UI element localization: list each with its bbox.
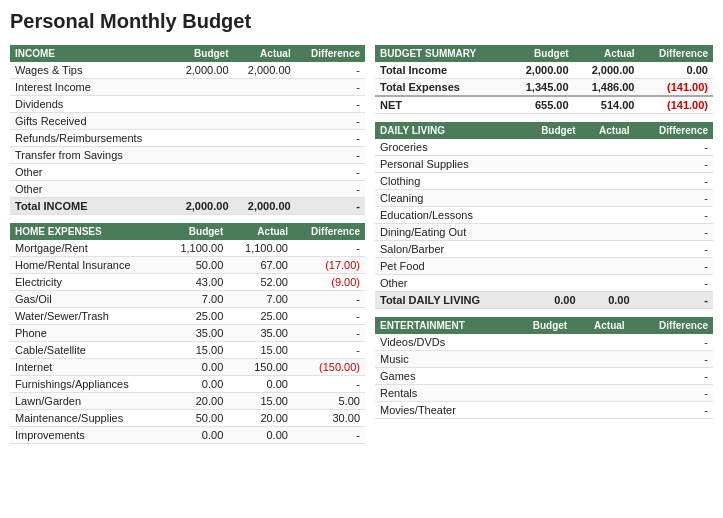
row-diff: - (630, 334, 713, 351)
row-actual (234, 96, 296, 113)
income-budget-header: Budget (171, 45, 233, 62)
home-budget-header: Budget (164, 223, 229, 240)
row-label: Gas/Oil (10, 291, 164, 308)
row-actual (581, 139, 635, 156)
row-diff: - (293, 376, 365, 393)
row-budget (521, 275, 580, 292)
table-row: Gifts Received - (10, 113, 365, 130)
row-diff: - (635, 258, 713, 275)
ent-budget-header: Budget (509, 317, 572, 334)
summary-section-label: BUDGET SUMMARY (375, 45, 508, 62)
table-row: Transfer from Savings - (10, 147, 365, 164)
summary-row: Total Income 2,000.00 2,000.00 0.00 (375, 62, 713, 79)
row-actual: 0.00 (228, 427, 293, 444)
table-row: Cleaning - (375, 190, 713, 207)
row-budget: 50.00 (164, 410, 229, 427)
summary-diff: (141.00) (639, 79, 713, 97)
table-row: Other - (10, 181, 365, 198)
row-actual (234, 79, 296, 96)
row-diff: - (293, 427, 365, 444)
summary-diff: (141.00) (639, 96, 713, 114)
row-actual: 1,100.00 (228, 240, 293, 257)
row-diff: - (293, 308, 365, 325)
row-budget: 35.00 (164, 325, 229, 342)
income-total-diff: - (296, 198, 365, 215)
row-budget: 2,000.00 (171, 62, 233, 79)
row-budget: 0.00 (164, 427, 229, 444)
row-label: Mortgage/Rent (10, 240, 164, 257)
summary-budget: 655.00 (508, 96, 574, 114)
row-label: Transfer from Savings (10, 147, 171, 164)
row-budget (171, 164, 233, 181)
income-diff-header: Difference (296, 45, 365, 62)
row-actual: 52.00 (228, 274, 293, 291)
income-table: INCOME Budget Actual Difference Wages & … (10, 45, 365, 215)
summary-diff-header: Difference (639, 45, 713, 62)
row-label: Music (375, 351, 509, 368)
row-diff: (17.00) (293, 257, 365, 274)
row-actual: 20.00 (228, 410, 293, 427)
row-actual: 15.00 (228, 393, 293, 410)
row-label: Water/Sewer/Trash (10, 308, 164, 325)
row-budget: 20.00 (164, 393, 229, 410)
row-actual (572, 334, 629, 351)
row-label: Electricity (10, 274, 164, 291)
table-row: Phone 35.00 35.00 - (10, 325, 365, 342)
entertainment-table: ENTERTAINMENT Budget Actual Difference V… (375, 317, 713, 419)
table-row: Home/Rental Insurance 50.00 67.00 (17.00… (10, 257, 365, 274)
row-label: Refunds/Reimbursements (10, 130, 171, 147)
table-row: Dining/Eating Out - (375, 224, 713, 241)
row-label: Maintenance/Supplies (10, 410, 164, 427)
daily-total-actual: 0.00 (581, 292, 635, 309)
row-budget: 0.00 (164, 359, 229, 376)
row-diff: - (293, 240, 365, 257)
row-diff: - (296, 79, 365, 96)
summary-budget-header: Budget (508, 45, 574, 62)
table-row: Furnishings/Appliances 0.00 0.00 - (10, 376, 365, 393)
row-actual (581, 241, 635, 258)
row-budget (509, 334, 572, 351)
table-row: Wages & Tips 2,000.00 2,000.00 - (10, 62, 365, 79)
row-label: Rentals (375, 385, 509, 402)
table-row: Groceries - (375, 139, 713, 156)
row-actual: 2,000.00 (234, 62, 296, 79)
left-column: INCOME Budget Actual Difference Wages & … (10, 45, 365, 452)
summary-budget: 1,345.00 (508, 79, 574, 97)
row-label: Dividends (10, 96, 171, 113)
income-total-budget: 2,000.00 (171, 198, 233, 215)
summary-actual: 1,486.00 (574, 79, 640, 97)
row-diff: - (630, 351, 713, 368)
budget-summary-table: BUDGET SUMMARY Budget Actual Difference … (375, 45, 713, 114)
row-actual (581, 173, 635, 190)
table-row: Music - (375, 351, 713, 368)
row-diff: - (296, 130, 365, 147)
row-diff: 30.00 (293, 410, 365, 427)
row-label: Games (375, 368, 509, 385)
row-budget (171, 147, 233, 164)
table-row: Improvements 0.00 0.00 - (10, 427, 365, 444)
row-label: Salon/Barber (375, 241, 521, 258)
summary-actual-header: Actual (574, 45, 640, 62)
row-label: Dining/Eating Out (375, 224, 521, 241)
summary-row: NET 655.00 514.00 (141.00) (375, 96, 713, 114)
table-row: Dividends - (10, 96, 365, 113)
row-budget (521, 207, 580, 224)
row-actual (234, 181, 296, 198)
table-row: Other - (375, 275, 713, 292)
row-actual (581, 258, 635, 275)
row-actual: 0.00 (228, 376, 293, 393)
row-actual (581, 275, 635, 292)
row-label: Other (10, 164, 171, 181)
row-actual (234, 130, 296, 147)
row-diff: - (293, 291, 365, 308)
row-label: Home/Rental Insurance (10, 257, 164, 274)
row-actual (234, 164, 296, 181)
page-title: Personal Monthly Budget (10, 10, 713, 33)
income-actual-header: Actual (234, 45, 296, 62)
income-total-label: Total INCOME (10, 198, 171, 215)
row-diff: - (635, 275, 713, 292)
row-diff: - (293, 342, 365, 359)
table-row: Education/Lessons - (375, 207, 713, 224)
row-budget: 7.00 (164, 291, 229, 308)
row-label: Pet Food (375, 258, 521, 275)
